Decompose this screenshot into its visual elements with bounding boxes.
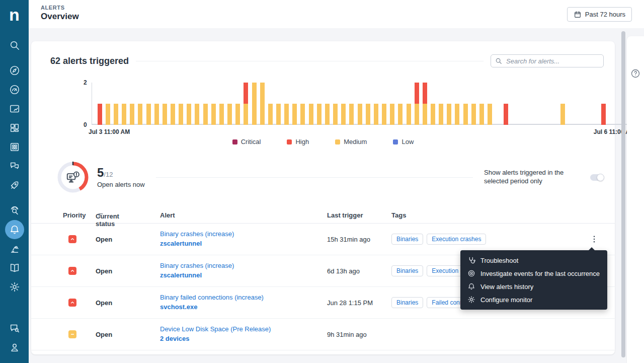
alerts-timeline-chart: 2 0 Jul 3 11:00 AM Jul 6 11:00 AM [92, 79, 633, 137]
chart-bar [227, 104, 232, 125]
monitor-alert-icon [65, 169, 81, 185]
priority-badge-high [68, 267, 76, 275]
menu-item-troubleshoot[interactable]: Troubleshoot [460, 254, 607, 267]
chart-slot [445, 83, 453, 125]
chart-bar [154, 104, 159, 125]
sidebar-item-search[interactable] [5, 36, 24, 55]
sidebar-item-rooms[interactable] [5, 157, 24, 176]
chart-slot [234, 83, 242, 125]
help-icon[interactable] [630, 68, 640, 79]
chart-slot [160, 83, 169, 125]
time-range-button[interactable]: Past 72 hours [567, 7, 632, 22]
tag-chip-binaries[interactable]: Binaries [391, 297, 423, 308]
tag-chip-execution-crashes[interactable]: Execution crashes [427, 234, 486, 245]
chart-bar [601, 104, 606, 125]
chart-bar [504, 104, 508, 125]
chevron-up-icon [69, 236, 75, 242]
tag-chip-binaries[interactable]: Binaries [391, 234, 423, 245]
sidebar-item-docs[interactable] [5, 258, 24, 277]
period-toggle[interactable] [590, 174, 604, 181]
kebab-menu-button[interactable] [589, 233, 600, 245]
column-priority[interactable]: Priority [63, 211, 86, 219]
alerts-icon [9, 224, 20, 235]
sidebar-item-settings[interactable] [5, 277, 24, 297]
rooms-icon [9, 161, 20, 172]
app-logo[interactable]: n [0, 0, 29, 29]
chart-slot [136, 83, 144, 125]
chart-slot [250, 83, 258, 125]
alert-target-link[interactable]: 2 devices [160, 334, 271, 344]
sidebar-item-metrics[interactable] [5, 99, 24, 118]
sidebar-item-feedback[interactable] [5, 319, 24, 338]
bell-icon [467, 282, 475, 291]
help-rail [627, 36, 644, 363]
open-alerts-gauge [57, 161, 89, 193]
sidebar-item-getting-started[interactable] [5, 176, 24, 195]
getting-started-icon [9, 180, 20, 191]
chart-slot [405, 83, 413, 125]
last-trigger-cell: 9h 31min ago [327, 331, 367, 338]
chart-bar [374, 104, 378, 125]
dash-icon [69, 331, 75, 337]
column-alert[interactable]: Alert [160, 211, 175, 219]
alert-target-link[interactable]: zscalertunnel [160, 271, 234, 280]
menu-item-label: Configure monitor [480, 296, 532, 304]
chart-bar [219, 104, 224, 125]
sidebar-bottom-group [5, 319, 24, 363]
chart-slot [510, 83, 518, 125]
alert-target-link[interactable]: zscalertunnel [160, 239, 234, 249]
sidebar-item-integrations[interactable] [5, 137, 24, 157]
chart-bar [366, 104, 370, 125]
alert-name-link[interactable]: Binary crashes (increase) [160, 261, 234, 271]
legend-item-high[interactable]: High [287, 138, 309, 146]
alert-target-link[interactable]: svchost.exe [160, 303, 264, 312]
search-input[interactable] [491, 54, 604, 67]
chart-bar [284, 104, 289, 125]
column-tags[interactable]: Tags [391, 211, 406, 219]
sidebar-item-anomalies[interactable] [5, 201, 24, 220]
chart-bar [309, 104, 313, 125]
status-cell: Open [96, 267, 112, 275]
alert-name-link[interactable]: Binary crashes (increase) [160, 230, 234, 239]
alerts-table-header: Priority Current status Alert Last trigg… [31, 210, 615, 224]
legend-item-critical[interactable]: Critical [232, 138, 261, 146]
profile-icon [9, 342, 20, 353]
sidebar-item-dashboards[interactable] [5, 80, 24, 99]
tag-chip-binaries[interactable]: Binaries [391, 265, 423, 276]
sidebar-item-compass[interactable] [5, 61, 24, 80]
chart-bar [398, 104, 403, 125]
menu-item-configure-monitor[interactable]: Configure monitor [460, 293, 607, 306]
open-alerts-summary: 5/12 Open alerts now Show alerts trigger… [57, 161, 604, 193]
chart-bar [479, 104, 484, 125]
chart-slot [608, 83, 616, 125]
sidebar-item-overview-grid[interactable] [5, 118, 24, 137]
menu-item-investigate-events-for-the-last-occurrence[interactable]: Investigate events for the last occurren… [460, 267, 607, 280]
breadcrumb: ALERTS Overview [41, 5, 79, 22]
column-last-trigger[interactable]: Last trigger [327, 211, 363, 219]
alert-name-link[interactable]: Device Low Disk Space (Pre Release) [160, 325, 271, 334]
legend-label: High [295, 138, 309, 146]
chart-slot [340, 83, 348, 125]
chart-bar [325, 104, 330, 125]
priority-badge-high [68, 299, 76, 307]
sidebar-item-profile[interactable] [5, 338, 24, 357]
logo-letter: n [9, 6, 20, 23]
investigate-icon [467, 269, 475, 277]
page-title: Overview [41, 12, 79, 22]
context-menu: TroubleshootInvestigate events for the l… [460, 250, 607, 310]
chart-slot [177, 83, 185, 125]
sidebar-item-ml[interactable] [5, 239, 24, 258]
chart-slot [332, 83, 340, 125]
chart-bar [187, 104, 191, 125]
menu-item-view-alerts-history[interactable]: View alerts history [460, 280, 607, 293]
legend-item-low[interactable]: Low [393, 138, 414, 146]
legend-item-medium[interactable]: Medium [335, 138, 367, 146]
chart-bar [211, 104, 216, 125]
menu-item-label: Troubleshoot [480, 257, 518, 264]
alert-name-link[interactable]: Binary failed connections (increase) [160, 293, 264, 303]
chart-bar [179, 104, 183, 125]
status-cell: Open [96, 236, 112, 243]
sidebar-item-alerts[interactable] [5, 220, 24, 239]
vertical-scrollbar[interactable] [621, 31, 625, 357]
chart-slot [299, 83, 307, 125]
